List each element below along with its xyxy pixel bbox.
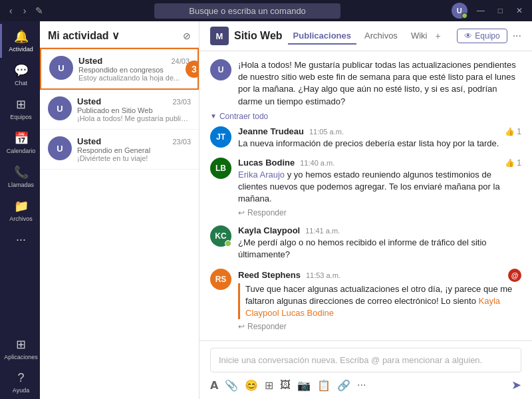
tab-publicaciones[interactable]: Publicaciones — [288, 28, 356, 45]
activity-header: Mi actividad ∨ ⊘ — [40, 21, 199, 48]
activity-title-button[interactable]: Mi actividad ∨ — [48, 29, 120, 42]
camera-icon[interactable]: 📷 — [297, 379, 311, 392]
edit-icon[interactable]: ✎ — [35, 5, 43, 16]
message-author: Kayla Claypool — [238, 225, 300, 235]
reply-button[interactable]: Responder — [238, 322, 521, 331]
tab-add-button[interactable]: + — [435, 31, 440, 41]
maximize-button[interactable]: □ — [494, 5, 507, 17]
sidebar-item-chat[interactable]: 💬 Chat — [0, 58, 40, 92]
activity-item[interactable]: U Usted 24/03 Respondido en congresos Es… — [40, 48, 199, 90]
sidebar-item-llamadas[interactable]: 📞 Llamadas — [0, 160, 40, 194]
search-bar[interactable]: Busque o escriba un comando — [154, 3, 340, 19]
title-bar-left: ‹ › ✎ — [5, 4, 43, 17]
more-icon: ··· — [16, 233, 26, 247]
chat-header: M Sitio Web Publicaciones Archivos Wiki … — [200, 21, 532, 51]
activity-name: Usted — [77, 136, 101, 146]
sidebar-item-more[interactable]: ··· — [0, 227, 40, 252]
sidebar-item-equipos[interactable]: ⊞ Equipos — [0, 92, 40, 126]
format-text-icon[interactable]: 𝗔 — [210, 379, 218, 392]
apps-icon[interactable]: ⊞ — [265, 379, 273, 392]
message-content: ¡Hola a todos! Me gustaría publicar toda… — [238, 59, 521, 108]
unread-badge: 3 — [186, 61, 199, 78]
message-content: Lucas Bodine 11:40 a.m. 👍 1 Erika Araujo… — [238, 158, 521, 217]
equipo-button[interactable]: 👁 Equipo — [457, 29, 507, 43]
image-icon[interactable]: 🖼 — [280, 379, 291, 391]
message-author: Reed Stephens — [238, 270, 301, 280]
activity-sub: Publicado en Sitio Web — [77, 106, 191, 114]
minimize-button[interactable]: — — [473, 5, 489, 17]
channel-badge: M — [210, 27, 229, 45]
activity-list: U Usted 24/03 Respondido en congresos Es… — [40, 48, 199, 399]
avatar: LB — [210, 158, 231, 179]
message-like[interactable]: 👍 1 — [505, 127, 521, 136]
activity-content: Usted 23/03 Respondio en General ¡Diviér… — [77, 136, 191, 162]
main-layout: 🔔 Actividad 💬 Chat ⊞ Equipos 📅 Calendari… — [0, 21, 532, 399]
sidebar-label-archivos: Archivos — [9, 215, 33, 222]
sidebar-item-ayuda[interactable]: ? Ayuda — [0, 366, 40, 399]
back-button[interactable]: ‹ — [5, 4, 17, 17]
tab-wiki[interactable]: Wiki — [406, 28, 433, 45]
reply-button[interactable]: Responder — [238, 208, 521, 217]
message-text: ¿Me perdí algo o no hemos recibido el in… — [238, 237, 521, 261]
avatar: JT — [210, 126, 231, 148]
eye-icon: 👁 — [464, 31, 472, 41]
nav-buttons: ‹ › — [5, 4, 30, 17]
more-options-button[interactable]: ··· — [513, 30, 521, 42]
activity-item[interactable]: U Usted 23/03 Respondio en General ¡Divi… — [40, 130, 199, 170]
ayuda-icon: ? — [17, 371, 24, 385]
activity-content: Usted 24/03 Respondido en congresos Esto… — [78, 56, 190, 82]
more-compose-icon[interactable]: ··· — [357, 379, 366, 391]
sidebar-item-aplicaciones[interactable]: ⊞ Aplicaciones — [0, 332, 40, 366]
channel-name: Sitio Web — [234, 30, 283, 42]
emoji-icon[interactable]: 😊 — [245, 379, 258, 392]
activity-preview: ¡Diviértete en tu viaje! — [77, 154, 191, 162]
activity-title: Mi actividad — [48, 30, 109, 42]
activity-preview: Estoy actualizando la hoja de... — [78, 74, 190, 82]
close-button[interactable]: ✕ — [512, 5, 527, 17]
equipos-icon: ⊞ — [16, 97, 26, 112]
sidebar-item-calendario[interactable]: 📅 Calendario — [0, 126, 40, 160]
screen-icon[interactable]: 📋 — [317, 379, 331, 392]
sidebar-label-equipos: Equipos — [10, 114, 32, 120]
sidebar-label-actividad: Actividad — [9, 46, 33, 53]
collapse-button[interactable]: Contraer todo — [210, 112, 521, 121]
chat-header-right: 👁 Equipo ··· — [457, 29, 521, 43]
user-avatar[interactable]: U — [452, 3, 467, 19]
activity-top: Usted 23/03 — [77, 96, 191, 106]
activity-date: 23/03 — [172, 138, 191, 146]
message-group: JT Jeanne Trudeau 11:05 a.m. 👍 1 La nuev… — [210, 126, 521, 150]
message-time: 11:05 a.m. — [309, 128, 344, 136]
compose-input[interactable]: Inicie una conversación nueva. Escriba @… — [210, 348, 521, 372]
avatar: U — [48, 136, 72, 160]
link-icon[interactable]: 🔗 — [337, 379, 350, 392]
forward-button[interactable]: › — [19, 4, 31, 17]
message-text: ¡Hola a todos! Me gustaría publicar toda… — [238, 59, 521, 108]
avatar: RS — [210, 269, 231, 290]
avatar: KC — [210, 225, 231, 247]
avatar: U — [48, 96, 72, 120]
message-text: Tuve que hacer algunas actualizaciones e… — [238, 283, 521, 320]
message-like[interactable]: 👍 1 — [505, 158, 521, 168]
message-content: Jeanne Trudeau 11:05 a.m. 👍 1 La nueva i… — [238, 126, 521, 150]
sidebar-item-actividad[interactable]: 🔔 Actividad — [0, 24, 40, 58]
activity-name: Usted — [77, 96, 101, 106]
message-header: Kayla Claypool 11:41 a.m. — [238, 225, 521, 235]
message-author: Lucas Bodine — [238, 158, 295, 168]
tab-archivos[interactable]: Archivos — [359, 28, 403, 45]
activity-top: Usted 24/03 — [78, 56, 190, 66]
message-time: 11:40 a.m. — [300, 159, 334, 167]
send-button[interactable]: ➤ — [511, 378, 521, 392]
sidebar-item-archivos[interactable]: 📁 Archivos — [0, 194, 40, 227]
activity-item[interactable]: U Usted 23/03 Publicado en Sitio Web ¡Ho… — [40, 90, 199, 130]
chevron-down-icon: ∨ — [112, 29, 120, 42]
title-bar: ‹ › ✎ Busque o escriba un comando U — □ … — [0, 0, 532, 21]
attach-icon[interactable]: 📎 — [225, 379, 238, 392]
activity-preview: ¡Hola a todos! Me gustaría publicar... — [77, 114, 191, 122]
message-text: La nueva información de precios debería … — [238, 138, 521, 150]
calendario-icon: 📅 — [14, 131, 29, 146]
message-group: KC Kayla Claypool 11:41 a.m. ¿Me perdí a… — [210, 225, 521, 261]
chat-tabs: Publicaciones Archivos Wiki + — [288, 28, 441, 45]
compose-area: Inicie una conversación nueva. Escriba @… — [200, 340, 532, 399]
filter-icon[interactable]: ⊘ — [183, 31, 191, 41]
avatar: U — [49, 56, 73, 80]
